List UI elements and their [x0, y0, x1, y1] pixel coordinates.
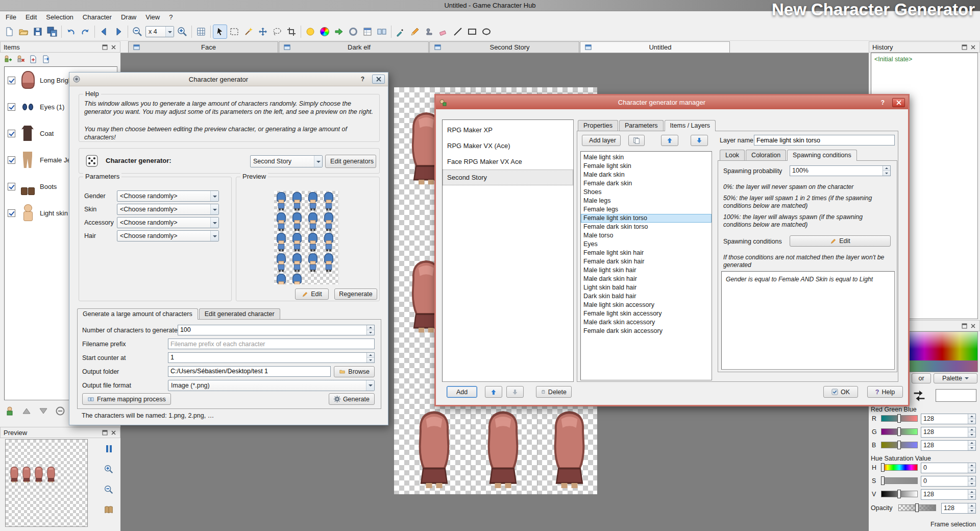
layer-item[interactable]: Male dark skin hair	[581, 275, 712, 283]
spin-arrows[interactable]	[968, 503, 975, 513]
r-slider[interactable]	[881, 415, 918, 422]
menu-item[interactable]: View	[141, 12, 164, 23]
frame-mapping-button[interactable]	[375, 25, 389, 39]
spin-arrows[interactable]	[968, 463, 975, 473]
report-button[interactable]	[360, 25, 375, 39]
move-layer-down-button[interactable]	[691, 135, 708, 146]
parameter-dropdown[interactable]: <Choose randomly>	[117, 190, 219, 202]
layer-item[interactable]: Female light skin torso	[581, 214, 712, 223]
counter-spinbox[interactable]	[168, 352, 375, 363]
layer-item[interactable]: Shoes	[581, 188, 712, 197]
generator-item[interactable]: RPG Maker VX (Ace)	[443, 138, 573, 154]
import-item-button[interactable]	[28, 54, 39, 65]
ellipse-tool-button[interactable]	[479, 25, 494, 39]
generator-list[interactable]: RPG Maker XPRPG Maker VX (Ace)Face RPG M…	[442, 119, 574, 382]
new-file-button[interactable]	[2, 25, 16, 39]
redo-button[interactable]	[78, 25, 92, 39]
preview-zoom-out-button[interactable]	[102, 483, 115, 496]
move-layer-up-button[interactable]	[661, 135, 678, 146]
remove-item-circle-button[interactable]	[54, 404, 67, 418]
select-tool-button[interactable]	[213, 25, 227, 39]
undo-button[interactable]	[64, 25, 78, 39]
generator-tab[interactable]: Generate a large amount of characters	[77, 308, 198, 320]
count-spinbox[interactable]	[178, 325, 375, 335]
item-checkbox[interactable]	[8, 103, 15, 111]
add-character-part-button[interactable]	[3, 404, 16, 418]
palette-button[interactable]: Palette	[934, 373, 977, 383]
generator-tab[interactable]: Edit generated character	[199, 308, 280, 319]
frame-mapping-process-button[interactable]: Frame mapping process	[82, 393, 171, 405]
float-panel-icon[interactable]	[961, 43, 968, 51]
b-spinbox[interactable]: 128	[921, 440, 976, 451]
slider-handle[interactable]	[897, 490, 901, 498]
layer-item[interactable]: Female dark skin hair	[581, 257, 712, 266]
move-generator-down-button[interactable]	[506, 386, 524, 398]
new-item-button[interactable]	[2, 54, 13, 65]
menu-item[interactable]: Edit	[21, 12, 41, 23]
float-panel-icon[interactable]	[961, 322, 968, 329]
item-checkbox[interactable]	[8, 77, 15, 84]
output-folder-input[interactable]	[168, 366, 331, 377]
layer-name-input[interactable]	[754, 135, 895, 146]
layer-item[interactable]: Male dark skin accessory	[581, 318, 712, 327]
item-checkbox[interactable]	[8, 156, 15, 164]
magic-wand-tool-button[interactable]	[241, 25, 256, 39]
current-color-swatch[interactable]	[936, 389, 976, 402]
conditions-box[interactable]: Gender is equal to Female AND Skin is eq…	[721, 271, 895, 370]
move-tool-button[interactable]	[256, 25, 270, 39]
h-spinbox[interactable]: 0	[921, 463, 976, 473]
output-format-dropdown[interactable]: Image (*.png)	[168, 380, 375, 391]
generate-button[interactable]: Generate	[329, 393, 375, 405]
export-button[interactable]	[332, 25, 346, 39]
h-slider[interactable]	[881, 464, 918, 471]
edit-generators-button[interactable]: Edit generators	[325, 155, 376, 168]
manager-tab[interactable]: Parameters	[619, 120, 664, 131]
layer-item[interactable]: Female light skin	[581, 162, 712, 171]
eyedropper-tool-button[interactable]	[394, 25, 408, 39]
layer-item[interactable]: Female dark skin torso	[581, 223, 712, 231]
save-all-button[interactable]	[45, 25, 59, 39]
menu-item[interactable]: Selection	[41, 12, 78, 23]
preview-zoom-in-button[interactable]	[102, 463, 115, 476]
menu-item[interactable]: File	[1, 12, 21, 23]
close-panel-icon[interactable]	[110, 429, 117, 436]
browse-button[interactable]: Browse	[334, 366, 375, 377]
menu-item[interactable]: Character	[78, 12, 116, 23]
float-panel-icon[interactable]	[101, 43, 108, 51]
color-mode-button[interactable]: or	[912, 373, 931, 383]
zoom-in-button[interactable]	[175, 25, 189, 39]
remove-item-button[interactable]	[15, 54, 26, 65]
r-spinbox[interactable]: 128	[921, 414, 976, 424]
dialog-help-button[interactable]	[356, 75, 369, 84]
generator-item[interactable]: Second Story	[443, 170, 573, 185]
swap-colors-button[interactable]	[913, 389, 926, 401]
g-slider[interactable]	[881, 428, 918, 435]
opacity-slider[interactable]	[898, 504, 936, 511]
rectangle-tool-button[interactable]	[465, 25, 479, 39]
document-tab[interactable]: Second Story	[429, 41, 579, 53]
layer-item[interactable]: Female legs	[581, 205, 712, 214]
slider-handle[interactable]	[897, 427, 901, 436]
spin-arrows[interactable]	[968, 476, 975, 486]
forward-button[interactable]	[111, 25, 126, 39]
g-spinbox[interactable]: 128	[921, 427, 976, 438]
spin-arrows[interactable]	[968, 490, 975, 499]
ring-tool-button[interactable]	[346, 25, 360, 39]
generator-dropdown[interactable]: Second Story	[250, 155, 323, 167]
item-checkbox[interactable]	[8, 130, 15, 137]
zoom-level-dropdown[interactable]: x 4	[145, 26, 174, 37]
spawning-probability-spinbox[interactable]: 100%	[790, 165, 891, 176]
filename-prefix-input[interactable]	[168, 339, 375, 349]
s-spinbox[interactable]: 0	[921, 476, 976, 487]
regenerate-button[interactable]: Regenerate	[334, 288, 377, 300]
close-panel-icon[interactable]	[969, 322, 976, 329]
edit-conditions-button[interactable]: Edit	[790, 235, 891, 247]
line-tool-button[interactable]	[451, 25, 465, 39]
ok-button[interactable]: OK	[823, 386, 858, 398]
layer-item[interactable]: Female light skin hair	[581, 249, 712, 257]
frame-book-button[interactable]	[102, 503, 115, 517]
count-input[interactable]	[178, 325, 366, 335]
add-generator-button[interactable]: Add	[447, 386, 477, 398]
layer-subtab[interactable]: Look	[720, 150, 745, 160]
edit-preview-button[interactable]: Edit	[295, 288, 329, 300]
